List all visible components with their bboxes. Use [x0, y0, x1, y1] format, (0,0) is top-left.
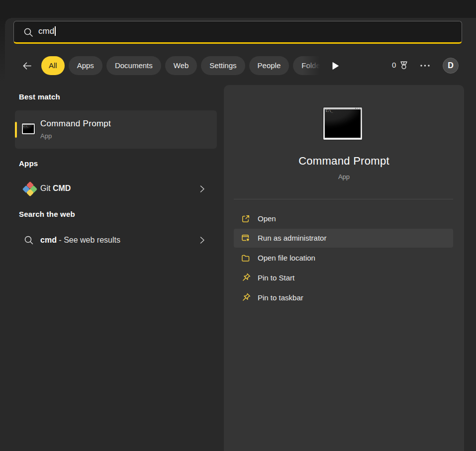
run-as-admin-icon: [241, 233, 251, 243]
action-open[interactable]: Open: [234, 209, 453, 228]
filter-tab-web[interactable]: Web: [165, 56, 197, 75]
rewards-count: 0: [392, 61, 396, 69]
search-input[interactable]: cmd: [38, 21, 56, 41]
window-left-shade: [0, 18, 5, 83]
apps-heading: Apps: [19, 159, 38, 168]
open-external-icon: [241, 214, 251, 224]
tabs-fade-overlay: [302, 56, 327, 75]
scroll-tabs-right-button[interactable]: [332, 62, 339, 70]
filter-tabs: All Apps Documents Web Settings People F…: [41, 56, 327, 75]
action-run-as-administrator[interactable]: Run as administrator: [234, 229, 453, 248]
action-open-file-location[interactable]: Open file location: [234, 249, 453, 268]
filter-tab-people[interactable]: People: [249, 56, 289, 75]
search-box[interactable]: cmd: [13, 21, 462, 44]
web-search-item[interactable]: cmd - See web results: [40, 236, 120, 245]
filter-tab-documents[interactable]: Documents: [106, 56, 161, 75]
folder-icon: [241, 253, 251, 263]
chevron-right-icon[interactable]: [200, 236, 205, 244]
filter-tab-all[interactable]: All: [41, 56, 65, 75]
filter-tab-apps[interactable]: Apps: [69, 56, 102, 75]
best-match-title: Command Prompt: [40, 119, 111, 129]
preview-title: Command Prompt: [224, 155, 464, 168]
best-match-item[interactable]: [15, 110, 217, 149]
action-pin-to-start[interactable]: Pin to Start: [234, 269, 453, 287]
web-search-icon: [23, 235, 34, 246]
filter-tab-settings[interactable]: Settings: [201, 56, 245, 75]
divider: [234, 199, 453, 199]
git-cmd-item[interactable]: Git CMD: [40, 184, 71, 193]
git-cmd-icon: [23, 182, 37, 196]
search-icon: [23, 27, 34, 38]
command-prompt-icon: C:\_: [22, 123, 35, 134]
window-top-edge: [0, 0, 476, 18]
best-match-subtitle: App: [40, 132, 52, 140]
back-button[interactable]: [21, 60, 33, 72]
preview-panel: [224, 85, 464, 451]
pin-icon: [241, 293, 251, 303]
text-caret: [55, 26, 56, 36]
more-options-button[interactable]: [419, 62, 433, 70]
user-avatar[interactable]: D: [443, 58, 459, 74]
best-match-heading: Best match: [19, 92, 60, 101]
preview-subtitle: App: [224, 173, 464, 180]
pin-icon: [241, 273, 251, 283]
chevron-right-icon[interactable]: [200, 185, 205, 193]
window-corner: [5, 18, 11, 24]
selection-accent-bar: [15, 122, 17, 138]
command-prompt-large-icon: C:\_: [323, 107, 362, 140]
search-the-web-heading: Search the web: [19, 210, 75, 218]
action-pin-to-taskbar[interactable]: Pin to taskbar: [234, 288, 453, 307]
rewards-trophy-icon[interactable]: [398, 60, 409, 71]
